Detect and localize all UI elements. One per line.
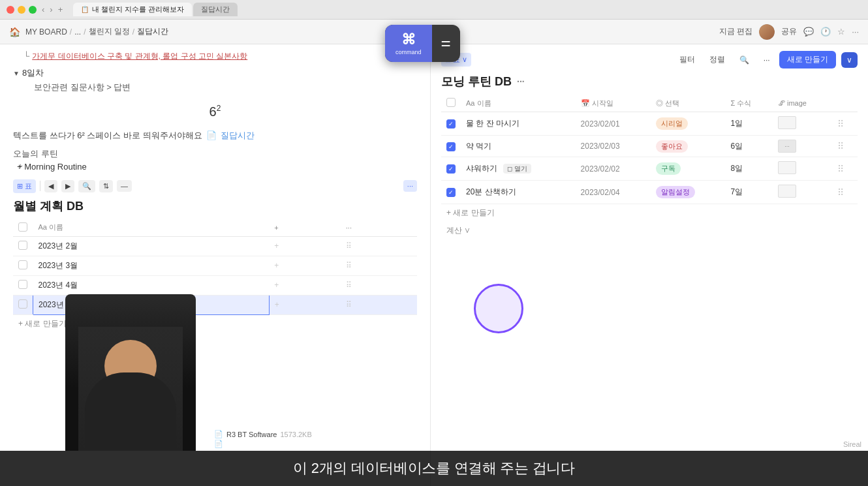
nav-forward-icon[interactable]: › xyxy=(50,5,52,14)
breadcrumb-challenge[interactable]: 챌린지 일정 xyxy=(89,26,130,37)
home-icon[interactable]: 🏠 xyxy=(9,27,20,37)
right-row-img: ··· xyxy=(773,136,832,157)
calc-row[interactable]: 계산 ∨ xyxy=(441,222,858,239)
row-add[interactable]: + xyxy=(269,295,340,314)
row-checkbox[interactable] xyxy=(18,280,27,289)
person-image xyxy=(65,294,196,451)
row-more-icon[interactable]: ⠿ xyxy=(837,187,844,198)
row-checkbox[interactable] xyxy=(18,260,27,269)
row-more-icon[interactable]: ⠿ xyxy=(837,141,844,151)
row-checkbox-cell xyxy=(13,295,33,314)
open-btn[interactable]: ◻ 열기 xyxy=(503,164,531,174)
right-add-row[interactable]: + 새로 만들기 xyxy=(441,204,858,222)
right-row-checkbox[interactable]: ✓ xyxy=(446,119,456,129)
arrow-right-btn[interactable]: ▶ xyxy=(61,180,74,192)
row-add[interactable]: + xyxy=(269,256,340,275)
right-more-btn[interactable]: ··· xyxy=(758,53,775,67)
right-row-name[interactable]: 20분 산책하기 xyxy=(461,181,576,204)
right-row-checkbox[interactable]: ✓ xyxy=(446,188,456,197)
breadcrumb-sep3: / xyxy=(132,27,134,37)
morning-routine-item[interactable]: + + Morning Routine xyxy=(18,162,417,172)
clock-icon[interactable]: 🕐 xyxy=(820,27,831,37)
right-row-check-cell: ✓ xyxy=(441,181,461,204)
row-more[interactable]: ⠿ xyxy=(341,256,417,275)
sort-btn[interactable]: ⇅ xyxy=(99,180,113,192)
row-more[interactable]: ⠿ xyxy=(341,295,417,314)
col-add[interactable]: + xyxy=(269,219,340,237)
right-row-more[interactable]: ⠿ xyxy=(832,112,858,136)
more-icon[interactable]: ··· xyxy=(852,27,859,37)
right-row-name[interactable]: 약 먹기 xyxy=(461,136,576,157)
triangle-icon: ▼ xyxy=(13,70,20,77)
row-more[interactable]: ⠿ xyxy=(341,275,417,295)
right-row-badge[interactable]: 시리얼 xyxy=(651,112,726,136)
right-db-table: Aa 이름 📅 시작일 ◎ 선택 Σ 수식 🖇 image ✓ 물 한 잔 마시… xyxy=(441,95,858,204)
badge: 알림설정 xyxy=(656,186,695,198)
right-col-count[interactable]: Σ 수식 xyxy=(726,95,773,112)
traffic-lights xyxy=(7,6,37,14)
tab-qa[interactable]: 질답시간 xyxy=(193,3,238,16)
row-add[interactable]: + xyxy=(269,275,340,295)
breadcrumb: MY BOARD / ... / 챌린지 일정 / 질답시간 xyxy=(25,26,168,37)
search-btn[interactable]: 🔍 xyxy=(78,180,95,192)
row-more-icon[interactable]: ⠿ xyxy=(837,164,844,174)
minimize-button[interactable] xyxy=(18,6,25,14)
right-row-checkbox[interactable]: ✓ xyxy=(446,142,456,151)
right-col-select[interactable]: ◎ 선택 xyxy=(651,95,726,112)
sort-button[interactable]: 정렬 xyxy=(704,52,730,67)
new-tab-icon[interactable]: + xyxy=(58,5,63,14)
row-more[interactable]: ⠿ xyxy=(341,236,417,256)
avatar xyxy=(759,24,775,40)
row-name[interactable]: 2023년 3월 xyxy=(33,256,270,275)
more-tools-btn[interactable]: ··· xyxy=(403,180,417,192)
right-db-row: ✓ 약 먹기 2023/02/03 좋아요 6일 ··· ⠿ xyxy=(441,136,858,157)
minus-btn[interactable]: — xyxy=(117,180,132,192)
new-create-btn[interactable]: 새로 만들기 xyxy=(779,51,836,68)
col-more[interactable]: ··· xyxy=(341,219,417,237)
tab-main[interactable]: 📋 내 챌린지 지수를 관리해보자 xyxy=(73,3,192,16)
right-row-badge[interactable]: 구독 xyxy=(651,157,726,181)
breadcrumb-dots[interactable]: ... xyxy=(74,27,81,37)
equals-sign: = xyxy=(432,33,460,53)
right-row-more[interactable]: ⠿ xyxy=(832,181,858,204)
right-col-name[interactable]: Aa 이름 xyxy=(461,95,576,112)
right-col-image[interactable]: 🖇 image xyxy=(773,95,832,112)
right-row-name[interactable]: 샤워하기 ◻ 열기 xyxy=(461,157,576,181)
star-icon[interactable]: ☆ xyxy=(837,27,845,37)
right-row-more[interactable]: ⠿ xyxy=(832,136,858,157)
right-row-checkbox[interactable]: ✓ xyxy=(446,164,456,174)
fullscreen-button[interactable] xyxy=(29,6,37,14)
row-checkbox[interactable] xyxy=(18,299,27,309)
close-button[interactable] xyxy=(7,6,14,14)
nav-back-icon[interactable]: ‹ xyxy=(42,5,44,14)
share-button[interactable]: 공유 xyxy=(781,26,797,37)
row-more-icon[interactable]: ⠿ xyxy=(837,119,844,129)
file-size-1: 1573.2KB xyxy=(280,431,311,438)
arrow-left-btn[interactable]: ◀ xyxy=(44,180,57,192)
right-toolbar: ⊞ 표 ∨ 필터 정렬 🔍 ··· 새로 만들기 ∨ xyxy=(441,51,858,68)
row-name[interactable]: 2023년 2월 xyxy=(33,236,270,256)
right-row-more[interactable]: ⠿ xyxy=(832,157,858,181)
right-col-start[interactable]: 📅 시작일 xyxy=(576,95,651,112)
instruction-link[interactable]: 질답시간 xyxy=(221,130,255,142)
new-create-dropdown[interactable]: ∨ xyxy=(841,52,858,68)
search-icon-btn[interactable]: 🔍 xyxy=(734,53,754,67)
file-item-2: 📄 xyxy=(214,440,312,448)
breadcrumb-sep1: / xyxy=(70,27,72,37)
right-row-badge[interactable]: 좋아요 xyxy=(651,136,726,157)
row-checkbox[interactable] xyxy=(18,241,27,250)
left-db-row: 2023년 3월 + ⠿ xyxy=(13,256,417,275)
col-name[interactable]: Aa 이름 xyxy=(33,219,270,237)
comment-icon[interactable]: 💬 xyxy=(803,27,814,37)
right-panel: ⊞ 표 ∨ 필터 정렬 🔍 ··· 새로 만들기 ∨ 모닝 루틴 DB ··· xyxy=(431,44,868,486)
right-db-more-icon[interactable]: ··· xyxy=(517,76,525,87)
breadcrumb-myboard[interactable]: MY BOARD xyxy=(25,27,67,37)
filter-button[interactable]: 필터 xyxy=(674,52,700,67)
right-row-name[interactable]: 물 한 잔 마시기 xyxy=(461,112,576,136)
row-name[interactable]: 2023년 4월 xyxy=(33,275,270,295)
breadcrumb-sep2: / xyxy=(84,27,85,37)
table-view-btn[interactable]: ⊞ 표 xyxy=(13,179,36,193)
file-icon-1: 📄 xyxy=(214,430,223,438)
right-row-badge[interactable]: 알림설정 xyxy=(651,181,726,204)
row-add[interactable]: + xyxy=(269,236,340,256)
